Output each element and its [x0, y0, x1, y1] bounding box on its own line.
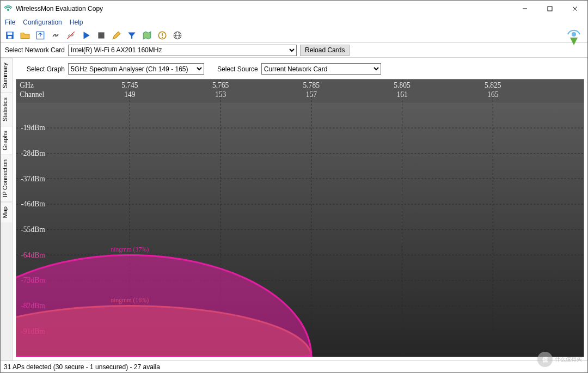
svg-rect-10 [98, 32, 104, 38]
select-card-label: Select Network Card [5, 46, 65, 54]
tab-statistics[interactable]: Statistics [1, 93, 12, 126]
tab-graphs[interactable]: Graphs [1, 126, 12, 155]
tab-summary[interactable]: Summary [1, 58, 12, 93]
toolbar [1, 28, 587, 43]
title-bar: WirelessMon Evaluation Copy [1, 1, 587, 17]
menu-help[interactable]: Help [70, 19, 83, 26]
tab-ip-connection[interactable]: IP Connection [1, 155, 12, 201]
window-title: WirelessMon Evaluation Copy [16, 5, 512, 13]
svg-text:-55dBm: -55dBm [21, 225, 45, 234]
reload-cards-button[interactable]: Reload Cards [300, 45, 350, 56]
unlink-icon[interactable] [66, 30, 76, 40]
svg-text:-19dBm: -19dBm [21, 124, 45, 132]
close-button[interactable] [562, 1, 587, 17]
network-card-row: Select Network Card Intel(R) Wi-Fi 6 AX2… [1, 43, 587, 57]
save-icon[interactable] [5, 30, 15, 40]
wifi-tower-icon [565, 29, 583, 47]
menu-configuration[interactable]: Configuration [23, 19, 62, 26]
svg-text:GHz: GHz [20, 81, 34, 89]
play-icon[interactable] [81, 30, 91, 40]
edit-icon[interactable] [112, 30, 121, 40]
alert-icon[interactable] [157, 30, 167, 40]
tab-map[interactable]: Map [1, 201, 12, 222]
menu-file[interactable]: File [5, 19, 15, 26]
status-bar: 31 APs detected (30 secure - 1 unsecured… [1, 360, 587, 372]
svg-rect-6 [8, 32, 13, 35]
svg-point-17 [572, 32, 576, 36]
svg-text:Channel: Channel [20, 90, 44, 99]
svg-rect-2 [548, 7, 552, 11]
svg-text:-64dBm: -64dBm [21, 251, 45, 259]
select-source-label: Select Source [217, 65, 258, 73]
open-icon[interactable] [20, 30, 30, 40]
app-icon [4, 4, 13, 13]
side-tabs: Summary Statistics Graphs IP Connection … [1, 58, 13, 360]
stop-icon[interactable] [96, 30, 106, 40]
select-graph-dropdown[interactable]: 5GHz Spectrum Analyser (Ch 149 - 165) [68, 63, 204, 75]
svg-text:ningmm (37%): ningmm (37%) [111, 246, 149, 253]
link-icon[interactable] [51, 30, 60, 40]
globe-icon[interactable] [173, 30, 182, 40]
filter-icon[interactable] [127, 30, 137, 40]
svg-point-13 [162, 36, 163, 38]
network-card-select[interactable]: Intel(R) Wi-Fi 6 AX201 160MHz [68, 45, 297, 56]
svg-text:-46dBm: -46dBm [21, 200, 45, 208]
svg-text:-37dBm: -37dBm [21, 175, 45, 183]
svg-text:-28dBm: -28dBm [21, 149, 45, 157]
select-source-dropdown[interactable]: Current Network Card [261, 63, 381, 75]
maximize-button[interactable] [537, 1, 562, 17]
graphs-panel: Select Graph 5GHz Spectrum Analyser (Ch … [13, 58, 587, 360]
export-icon[interactable] [35, 30, 45, 40]
menu-bar: File Configuration Help [1, 17, 587, 28]
svg-rect-7 [8, 36, 12, 39]
svg-point-0 [7, 9, 9, 11]
map-icon[interactable] [142, 30, 152, 40]
status-text: 31 APs detected (30 secure - 1 unsecured… [4, 363, 160, 371]
select-graph-label: Select Graph [27, 65, 65, 73]
minimize-button[interactable] [512, 1, 537, 17]
spectrum-chart: GHzChannel5.7451495.7651535.7851575.8051… [16, 79, 584, 357]
